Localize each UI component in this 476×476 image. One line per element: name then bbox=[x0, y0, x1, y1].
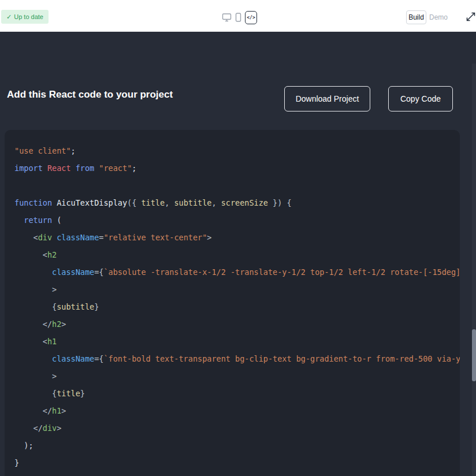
scrollbar-thumb[interactable] bbox=[472, 329, 476, 381]
download-project-button[interactable]: Download Project bbox=[284, 86, 370, 111]
page-title: Add this React code to your project bbox=[7, 89, 173, 101]
build-button[interactable]: Build bbox=[406, 10, 426, 24]
device-toggle-group: </> bbox=[222, 10, 257, 25]
code-panel[interactable]: "use client";import React from "react"; … bbox=[5, 130, 460, 476]
status-label: Up to date bbox=[14, 13, 43, 20]
check-icon: ✓ bbox=[6, 13, 12, 21]
main-area: Add this React code to your project Down… bbox=[0, 32, 476, 476]
demo-button[interactable]: Demo bbox=[429, 10, 448, 24]
expand-icon[interactable] bbox=[466, 12, 476, 22]
desktop-icon[interactable] bbox=[222, 13, 232, 22]
copy-code-button[interactable]: Copy Code bbox=[388, 86, 453, 111]
code-block: "use client";import React from "react"; … bbox=[14, 142, 460, 476]
mobile-icon[interactable] bbox=[235, 13, 241, 22]
scrollbar[interactable] bbox=[472, 64, 476, 476]
status-badge: ✓ Up to date bbox=[1, 10, 49, 24]
topbar: ✓ Up to date </> Build Demo bbox=[0, 0, 476, 32]
code-view-button[interactable]: </> bbox=[245, 11, 257, 24]
